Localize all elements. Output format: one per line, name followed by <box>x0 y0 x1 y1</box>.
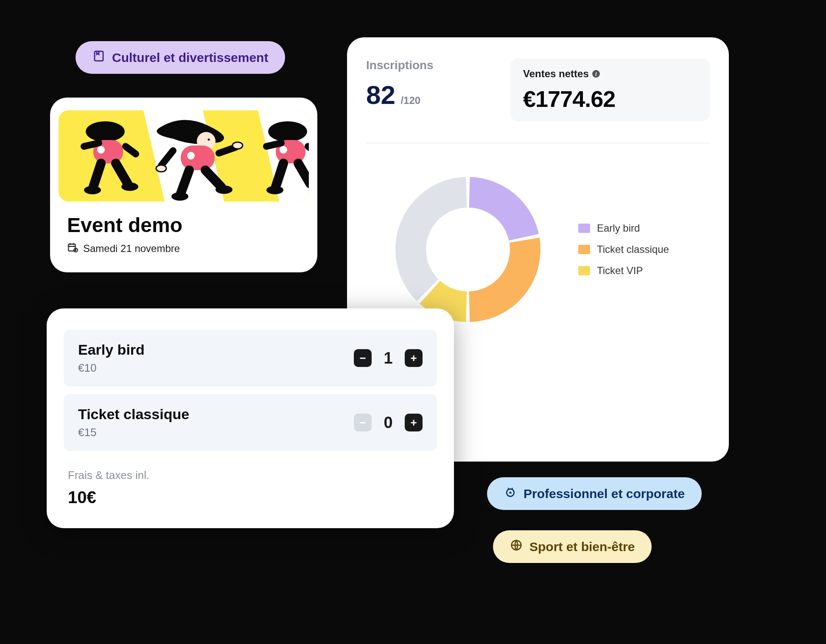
svg-point-18 <box>216 185 232 194</box>
net-sales-label: Ventes nettes <box>523 68 589 80</box>
ticket-row: Early bird €10 − 1 + <box>64 330 437 386</box>
increment-button[interactable]: + <box>405 349 423 367</box>
calendar-icon <box>67 242 78 255</box>
svg-point-16 <box>232 142 243 149</box>
svg-rect-13 <box>181 146 215 170</box>
category-pill-sport[interactable]: Sport et bien-être <box>493 530 652 563</box>
event-date: Samedi 21 novembre <box>67 242 309 255</box>
legend-item: Ticket VIP <box>578 265 669 277</box>
svg-point-21 <box>280 146 287 154</box>
decrement-button: − <box>354 414 372 431</box>
increment-button[interactable]: + <box>405 414 423 431</box>
event-date-text: Samedi 21 novembre <box>83 243 180 255</box>
svg-point-10 <box>121 182 138 191</box>
donut-segment <box>395 177 467 301</box>
legend-label: Ticket VIP <box>597 265 643 277</box>
donut-chart <box>387 169 549 330</box>
svg-point-17 <box>171 192 188 201</box>
info-icon[interactable]: i <box>592 70 600 78</box>
donut-segment <box>469 177 539 241</box>
donut-segment <box>469 238 540 322</box>
quantity-value: 1 <box>382 349 395 367</box>
ticket-price: €15 <box>78 426 189 439</box>
svg-point-9 <box>84 186 101 194</box>
svg-point-6 <box>86 121 125 142</box>
event-title: Event demo <box>67 213 309 237</box>
category-pill-corporate[interactable]: Professionnel et corporate <box>487 477 702 510</box>
ball-icon <box>510 539 523 554</box>
total-amount: 10€ <box>68 488 437 507</box>
registrations-label: Inscriptions <box>366 59 493 72</box>
svg-point-12 <box>208 139 210 141</box>
event-card[interactable]: Event demo Samedi 21 novembre <box>50 98 317 272</box>
category-pill-label: Professionnel et corporate <box>524 487 685 501</box>
ticket-name: Early bird <box>78 342 145 358</box>
divider <box>366 143 710 143</box>
badge-icon <box>504 486 517 501</box>
legend-swatch <box>578 224 590 233</box>
registrations-total: /120 <box>400 95 420 106</box>
svg-point-8 <box>97 146 105 154</box>
ticket-price: €10 <box>78 361 145 375</box>
legend-swatch <box>578 266 590 275</box>
quantity-value: 0 <box>382 414 395 432</box>
quantity-stepper: − 1 + <box>354 349 423 367</box>
fees-label: Frais & taxes inl. <box>68 469 437 482</box>
ticket-selector-card: Early bird €10 − 1 + Ticket classique €1… <box>47 308 454 528</box>
legend-label: Early bird <box>597 222 640 234</box>
registrations-block: Inscriptions 82 /120 <box>366 59 493 121</box>
event-illustration <box>59 110 309 202</box>
svg-point-15 <box>156 165 166 172</box>
decrement-button[interactable]: − <box>354 349 372 367</box>
chart-legend: Early bird Ticket classique Ticket VIP <box>578 222 669 277</box>
legend-swatch <box>578 245 590 254</box>
quantity-stepper: − 0 + <box>354 414 423 432</box>
category-pill-label: Sport et bien-être <box>529 540 635 554</box>
registrations-count: 82 <box>366 80 395 110</box>
svg-point-22 <box>266 186 283 194</box>
net-sales-amount: €1774.62 <box>523 86 697 112</box>
ticket-name: Ticket classique <box>78 406 189 423</box>
net-sales-block: Ventes nettes i €1774.62 <box>510 59 710 121</box>
category-pill-culture[interactable]: Culturel et divertissement <box>76 41 285 74</box>
category-pill-label: Culturel et divertissement <box>112 50 268 65</box>
svg-point-14 <box>187 152 195 160</box>
legend-item: Ticket classique <box>578 244 669 255</box>
book-icon <box>92 50 105 65</box>
svg-point-19 <box>268 121 307 142</box>
ticket-row: Ticket classique €15 − 0 + <box>64 394 437 451</box>
legend-label: Ticket classique <box>597 244 669 255</box>
legend-item: Early bird <box>578 222 669 234</box>
